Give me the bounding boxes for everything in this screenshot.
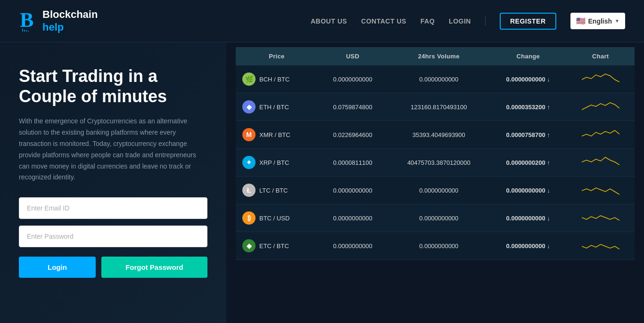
nav: ABOUT US CONTACT US FAQ LOGIN REGISTER 🇺… [311, 13, 625, 30]
table-row: ◆ ETC / BTC 0.0000000000 0.0000000000 0.… [236, 232, 635, 260]
sparkline-ETC [582, 237, 619, 253]
main-content: Start Trading in a Couple of minutes Wit… [0, 42, 644, 323]
pair-label-ETC: ETC / BTC [259, 242, 289, 250]
hero-description: With the emergence of Cryptocurrencies a… [19, 116, 207, 183]
change-cell-BTC: 0.0000000000 ↓ [490, 204, 566, 232]
price-cell-XMR: 0.0226964600 [318, 121, 388, 149]
chart-cell-ETH [566, 93, 635, 121]
chart-cell-LTC [566, 177, 635, 204]
pair-label-XMR: XMR / BTC [259, 131, 290, 138]
price-cell-BTC: 0.0000000000 [318, 204, 388, 232]
nav-about[interactable]: ABOUT US [311, 17, 347, 25]
th-volume: 24hrs Volume [388, 47, 490, 65]
change-cell-ETH: 0.0000353200 ↑ [490, 93, 566, 121]
volume-cell-XMR: 35393.4049693900 [388, 121, 490, 149]
price-cell-XRP: 0.0000811100 [318, 149, 388, 177]
register-button[interactable]: REGISTER [500, 13, 556, 30]
pair-cell-ETC: ◆ ETC / BTC [236, 232, 318, 260]
password-field[interactable] [19, 226, 207, 247]
header: B Blockchain help ABOUT US CONTACT US FA… [0, 0, 644, 42]
coin-icon-XMR: M [242, 128, 256, 141]
table-row: ₿ BTC / USD 0.0000000000 0.0000000000 0.… [236, 204, 635, 232]
sparkline-BCH [582, 70, 619, 87]
volume-cell-XRP: 40475703.3870120000 [388, 149, 490, 177]
chevron-down-icon: ▼ [615, 18, 619, 24]
svg-text:B: B [20, 8, 33, 32]
forgot-password-button[interactable]: Forgot Password [101, 257, 207, 278]
table-row: ◆ ETH / BTC 0.0759874800 123160.81704931… [236, 93, 635, 121]
volume-cell-BTC: 0.0000000000 [388, 204, 490, 232]
left-panel: Start Trading in a Couple of minutes Wit… [0, 42, 226, 323]
change-cell-XMR: 0.0000758700 ↑ [490, 121, 566, 149]
pair-cell-XMR: M XMR / BTC [236, 121, 318, 149]
brand-sub: help [42, 21, 98, 33]
pair-label-BTC: BTC / USD [259, 215, 289, 222]
change-cell-XRP: 0.0000000200 ↑ [490, 149, 566, 177]
coin-icon-LTC: Ł [242, 184, 256, 197]
pair-cell-LTC: Ł LTC / BTC [236, 177, 318, 204]
logo-icon: B [19, 8, 39, 34]
logo-text: Blockchain help [42, 8, 98, 33]
chart-cell-XRP [566, 149, 635, 177]
table-row: M XMR / BTC 0.0226964600 35393.404969390… [236, 121, 635, 149]
coin-icon-ETH: ◆ [242, 100, 256, 113]
logo[interactable]: B Blockchain help [19, 8, 98, 34]
table-row: ✦ XRP / BTC 0.0000811100 40475703.387012… [236, 149, 635, 177]
sparkline-XRP [582, 153, 619, 170]
price-cell-BCH: 0.0000000000 [318, 65, 388, 93]
chart-cell-BTC [566, 204, 635, 232]
table-row: 🌿 BCH / BTC 0.0000000000 0.0000000000 0.… [236, 65, 635, 93]
table-row: Ł LTC / BTC 0.0000000000 0.0000000000 0.… [236, 177, 635, 204]
coin-icon-ETC: ◆ [242, 239, 256, 252]
price-cell-LTC: 0.0000000000 [318, 177, 388, 204]
coin-icon-XRP: ✦ [242, 156, 256, 169]
th-change: Change [490, 47, 566, 65]
price-cell-ETC: 0.0000000000 [318, 232, 388, 260]
chart-cell-BCH [566, 65, 635, 93]
hero-title: Start Trading in a Couple of minutes [19, 66, 207, 106]
action-buttons: Login Forgot Password [19, 257, 207, 278]
chart-cell-ETC [566, 232, 635, 260]
nav-faq[interactable]: FAQ [421, 17, 435, 25]
email-field[interactable] [19, 197, 207, 219]
volume-cell-ETC: 0.0000000000 [388, 232, 490, 260]
pair-cell-BCH: 🌿 BCH / BTC [236, 65, 318, 93]
th-chart: Chart [566, 47, 635, 65]
volume-cell-LTC: 0.0000000000 [388, 177, 490, 204]
table-header-row: Price USD 24hrs Volume Change Chart [236, 47, 635, 65]
change-cell-ETC: 0.0000000000 ↓ [490, 232, 566, 260]
right-panel: ⊙ Price USD 24hrs Volume Change Chart 🌿 … [226, 42, 644, 323]
language-label: English [588, 17, 612, 25]
trading-table: Price USD 24hrs Volume Change Chart 🌿 BC… [236, 47, 635, 260]
login-button[interactable]: Login [19, 257, 96, 278]
sparkline-LTC [582, 181, 619, 198]
sparkline-BTC [582, 209, 619, 226]
coin-icon-BCH: 🌿 [242, 73, 256, 86]
coin-icon-BTC: ₿ [242, 211, 256, 225]
th-price: Price [236, 47, 318, 65]
th-usd: USD [318, 47, 388, 65]
pair-label-ETH: ETH / BTC [259, 104, 289, 111]
price-cell-ETH: 0.0759874800 [318, 93, 388, 121]
language-flag: 🇺🇸 [576, 16, 586, 25]
chart-cell-XMR [566, 121, 635, 149]
pair-cell-BTC: ₿ BTC / USD [236, 204, 318, 232]
nav-login[interactable]: LOGIN [449, 17, 471, 25]
pair-label-XRP: XRP / BTC [259, 159, 289, 166]
sparkline-XMR [582, 126, 619, 142]
brand-name: Blockchain [42, 8, 98, 21]
pair-cell-ETH: ◆ ETH / BTC [236, 93, 318, 121]
language-selector[interactable]: 🇺🇸 English ▼ [570, 13, 625, 29]
nav-contact[interactable]: CONTACT US [361, 17, 406, 25]
volume-cell-ETH: 123160.8170493100 [388, 93, 490, 121]
pair-label-LTC: LTC / BTC [259, 187, 288, 194]
sparkline-ETH [582, 98, 619, 114]
pair-label-BCH: BCH / BTC [259, 76, 289, 83]
nav-divider [485, 16, 486, 26]
volume-cell-BCH: 0.0000000000 [388, 65, 490, 93]
change-cell-BCH: 0.0000000000 ↓ [490, 65, 566, 93]
pair-cell-XRP: ✦ XRP / BTC [236, 149, 318, 177]
change-cell-LTC: 0.0000000000 ↓ [490, 177, 566, 204]
